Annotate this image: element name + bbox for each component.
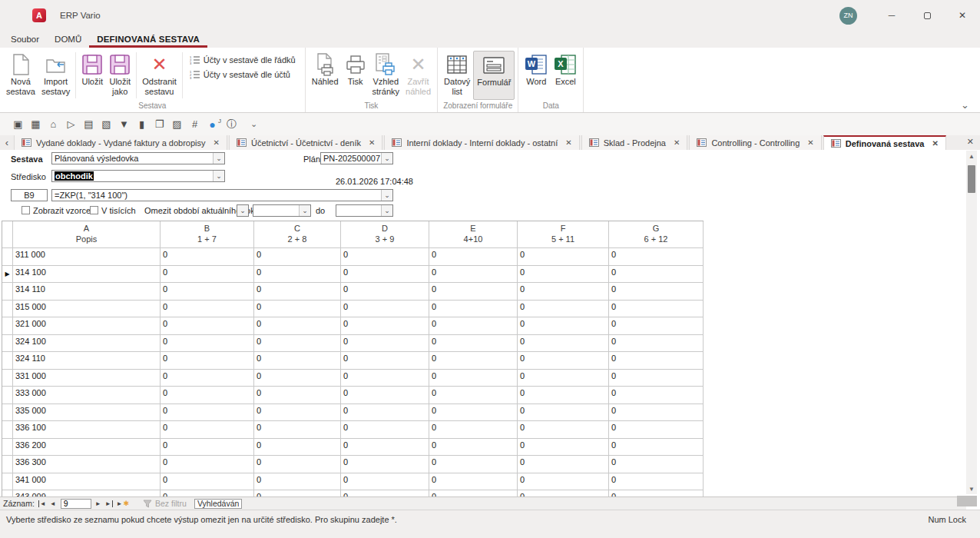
close-tab-icon[interactable]: ✕ bbox=[932, 139, 938, 148]
cell-value[interactable]: 0 bbox=[518, 439, 609, 457]
accounts-by-accounts-button[interactable]: 123 Účty v sestavě dle účtů bbox=[190, 70, 296, 79]
cell-value[interactable]: 0 bbox=[254, 301, 341, 318]
cell-popis[interactable]: 321 000 bbox=[13, 317, 161, 335]
cell-value[interactable]: 0 bbox=[429, 317, 518, 335]
number-icon[interactable]: # bbox=[186, 118, 204, 130]
cell-popis[interactable]: 314 100 bbox=[13, 266, 161, 284]
cell-value[interactable]: 0 bbox=[254, 456, 341, 473]
chevron-down-icon[interactable]: ⌄ bbox=[213, 153, 224, 164]
cell-value[interactable]: 0 bbox=[518, 301, 609, 318]
period-from-combobox[interactable]: ⌄ bbox=[253, 204, 311, 217]
cell-value[interactable]: 0 bbox=[429, 370, 518, 387]
cell-value[interactable]: 0 bbox=[429, 266, 518, 284]
delete-report-button[interactable]: ✕ Odstranit sestavu bbox=[139, 51, 180, 100]
export-icon[interactable]: ▧ bbox=[98, 118, 115, 130]
cell-value[interactable]: 0 bbox=[254, 266, 341, 284]
form-view-button[interactable]: Formulář bbox=[473, 51, 515, 100]
cell-popis[interactable]: 324 110 bbox=[13, 352, 161, 370]
menu-domu[interactable]: DOMŮ bbox=[47, 32, 89, 48]
cell-value[interactable]: 0 bbox=[609, 266, 704, 284]
cell-value[interactable]: 0 bbox=[341, 421, 429, 439]
cell-value[interactable]: 0 bbox=[429, 335, 518, 353]
cell-value[interactable]: 0 bbox=[254, 387, 341, 404]
chevron-down-icon[interactable]: ⌄ bbox=[213, 171, 224, 181]
row-selector[interactable] bbox=[2, 387, 13, 404]
cell-value[interactable]: 0 bbox=[254, 283, 341, 301]
cell-value[interactable]: 0 bbox=[161, 301, 254, 318]
cell-value[interactable]: 0 bbox=[609, 370, 704, 387]
cell-value[interactable]: 0 bbox=[254, 421, 341, 439]
cell-value[interactable]: 0 bbox=[609, 421, 704, 439]
column-header-f[interactable]: F5 + 11 bbox=[518, 221, 609, 248]
accounts-by-rows-button[interactable]: 123 Účty v sestavě dle řádků bbox=[190, 55, 296, 65]
column-header-d[interactable]: D3 + 9 bbox=[341, 221, 429, 248]
cell-value[interactable]: 0 bbox=[429, 439, 518, 457]
menu-soubor[interactable]: Soubor bbox=[3, 32, 47, 48]
plan-combobox[interactable]: PN-202500007 ⌄ bbox=[320, 152, 393, 164]
cell-value[interactable]: 0 bbox=[518, 421, 609, 439]
cell-value[interactable]: 0 bbox=[609, 248, 704, 266]
cell-value[interactable]: 0 bbox=[254, 335, 341, 353]
close-tab-icon[interactable]: ✕ bbox=[674, 138, 680, 147]
row-selector[interactable] bbox=[2, 421, 13, 439]
restore-button[interactable] bbox=[909, 0, 945, 31]
cell-value[interactable]: 0 bbox=[429, 421, 518, 439]
cell-value[interactable]: 0 bbox=[429, 248, 518, 266]
cell-popis[interactable]: 341 000 bbox=[13, 473, 161, 491]
cell-value[interactable]: 0 bbox=[161, 248, 254, 266]
import-report-button[interactable]: Import sestavy bbox=[38, 51, 73, 100]
cell-value[interactable]: 0 bbox=[518, 248, 609, 266]
cell-value[interactable]: 0 bbox=[161, 370, 254, 387]
row-selector[interactable] bbox=[2, 370, 13, 387]
cell-value[interactable]: 0 bbox=[254, 317, 341, 335]
chevron-down-icon[interactable]: ⌄ bbox=[381, 205, 392, 216]
preview-button[interactable]: Náhled bbox=[309, 51, 342, 100]
cell-value[interactable]: 0 bbox=[429, 490, 518, 496]
stredisko-combobox[interactable]: obchodik ⌄ bbox=[51, 170, 225, 182]
cell-popis[interactable]: 331 000 bbox=[13, 370, 161, 387]
chevron-down-icon[interactable]: ⌄ bbox=[381, 190, 392, 201]
cell-value[interactable]: 0 bbox=[609, 456, 704, 473]
export-word-button[interactable]: W Word bbox=[521, 51, 551, 100]
close-button[interactable]: ✕ bbox=[945, 0, 980, 31]
collapse-ribbon-chevron-icon[interactable]: ⌄ bbox=[961, 99, 969, 111]
close-tab-icon[interactable]: ✕ bbox=[214, 138, 220, 147]
tab-6[interactable]: Definovaná sestava✕ bbox=[823, 135, 946, 150]
media-icon[interactable]: ▷ bbox=[62, 118, 80, 130]
cell-popis[interactable]: 336 300 bbox=[13, 456, 161, 473]
tab-2[interactable]: Účetnictví - Účetnictví - deník✕ bbox=[229, 135, 382, 150]
cell-value[interactable]: 0 bbox=[341, 473, 429, 491]
cell-popis[interactable]: 333 000 bbox=[13, 387, 161, 404]
limit-period-toggle-combobox[interactable]: ⌄ bbox=[237, 204, 249, 217]
cell-reference-box[interactable]: B9 bbox=[11, 189, 48, 201]
building-icon[interactable]: ▮ bbox=[133, 118, 151, 130]
search-input[interactable] bbox=[194, 499, 242, 509]
column-header-a[interactable]: APopis bbox=[13, 221, 161, 248]
row-selector[interactable] bbox=[2, 456, 13, 473]
image-icon[interactable]: ▨ bbox=[168, 118, 186, 130]
cell-value[interactable]: 0 bbox=[341, 248, 429, 266]
print-button[interactable]: Tisk bbox=[342, 51, 369, 100]
cell-value[interactable]: 0 bbox=[341, 490, 429, 496]
cell-value[interactable]: 0 bbox=[609, 283, 704, 301]
sestava-combobox[interactable]: Plánovaná výsledovka ⌄ bbox=[51, 152, 225, 164]
filter-status[interactable]: Bez filtru bbox=[143, 499, 187, 508]
cell-value[interactable]: 0 bbox=[429, 283, 518, 301]
row-selector[interactable] bbox=[2, 473, 13, 491]
first-record-button[interactable]: ◄ bbox=[38, 500, 46, 507]
cell-value[interactable]: 0 bbox=[341, 335, 429, 353]
column-header-e[interactable]: E4+10 bbox=[429, 221, 518, 248]
cell-value[interactable]: 0 bbox=[518, 352, 609, 370]
cell-value[interactable]: 0 bbox=[518, 317, 609, 335]
cell-value[interactable]: 0 bbox=[161, 352, 254, 370]
last-record-button[interactable]: ► bbox=[105, 500, 113, 507]
cell-popis[interactable]: 311 000 bbox=[13, 248, 161, 266]
thousands-checkbox[interactable] bbox=[90, 206, 98, 214]
close-all-tabs-icon[interactable]: ✕ bbox=[967, 137, 974, 147]
cell-value[interactable]: 0 bbox=[609, 335, 704, 353]
export-excel-button[interactable]: X Excel bbox=[551, 51, 580, 100]
cell-value[interactable]: 0 bbox=[341, 370, 429, 387]
cell-popis[interactable]: 335 000 bbox=[13, 404, 161, 422]
cell-value[interactable]: 0 bbox=[429, 404, 518, 422]
next-record-button[interactable]: ► bbox=[95, 500, 101, 507]
